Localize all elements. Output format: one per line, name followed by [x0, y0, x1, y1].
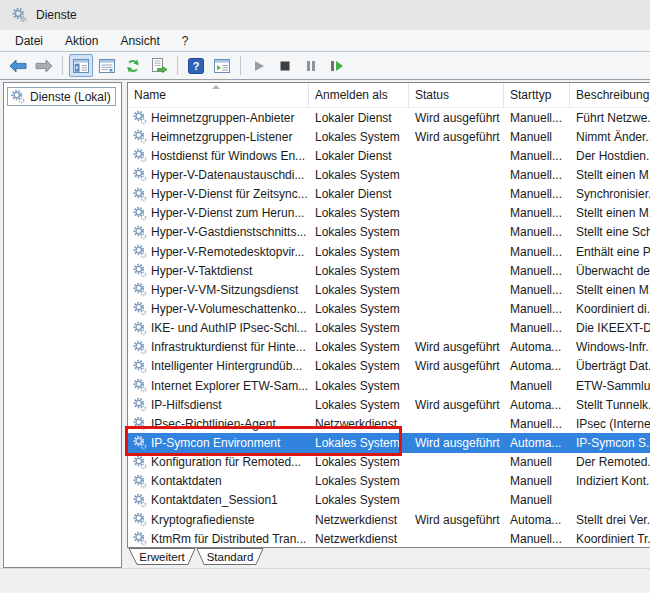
menu-hilfe[interactable]: ?	[171, 31, 200, 51]
menu-aktion[interactable]: Aktion	[54, 31, 109, 51]
service-gear-icon	[132, 321, 147, 336]
table-row[interactable]: Kontaktdaten_Session1Lokales SystemManue…	[128, 491, 650, 510]
table-row[interactable]: Hyper-V-Remotedesktopvir...Lokales Syste…	[128, 242, 650, 261]
service-gear-icon	[132, 225, 147, 240]
service-gear-icon	[132, 263, 147, 278]
properties-window-icon	[99, 59, 115, 73]
cell-starttyp: Manuell...	[504, 532, 570, 546]
cell-name: IKE- und AuthIP IPsec-Schl...	[128, 321, 309, 336]
cell-starttyp: Manuell...	[504, 168, 570, 182]
cell-name: Hyper-V-Remotedesktopvir...	[128, 244, 309, 259]
cell-beschreibung: Indiziert Kont...	[570, 474, 650, 488]
back-button[interactable]	[6, 54, 30, 77]
cell-starttyp: Manuell...	[504, 283, 570, 297]
service-gear-icon	[132, 129, 147, 144]
tab-erweitert-label: Erweitert	[139, 551, 185, 563]
table-row[interactable]: Hyper-V-Volumeschattenko...Lokales Syste…	[128, 299, 650, 318]
column-header-beschreibung[interactable]: Beschreibung	[570, 83, 650, 107]
cell-anmelden-als: Netzwerkdienst	[309, 513, 409, 527]
column-header-starttyp[interactable]: Starttyp	[504, 83, 570, 107]
show-action-pane-button[interactable]	[210, 54, 234, 77]
service-gear-icon	[132, 148, 147, 163]
properties-button[interactable]	[95, 54, 119, 77]
table-row[interactable]: Hyper-V-Dienst zum Herun...Lokales Syste…	[128, 204, 650, 223]
table-row[interactable]: Infrastrukturdienst für Hinte...Lokales …	[128, 338, 650, 357]
toolbar-separator	[240, 56, 241, 75]
cell-name: Hyper-V-Gastdienstschnitts...	[128, 225, 309, 240]
table-row[interactable]: Hostdienst für Windows En...Lokaler Dien…	[128, 146, 650, 165]
help-button[interactable]: ?	[184, 54, 208, 77]
cell-anmelden-als: Lokales System	[309, 455, 409, 469]
table-row[interactable]: IP-HilfsdienstLokales SystemWird ausgefü…	[128, 395, 650, 414]
table-row[interactable]: Hyper-V-VM-SitzungsdienstLokales SystemM…	[128, 280, 650, 299]
cell-name: Internet Explorer ETW-Sam...	[128, 378, 309, 393]
toolbar-separator	[177, 56, 178, 75]
column-header-status[interactable]: Status	[409, 83, 504, 107]
cell-beschreibung: IP-Symcon S...	[570, 436, 650, 450]
pause-service-button[interactable]	[299, 54, 323, 77]
menu-ansicht[interactable]: Ansicht	[109, 31, 170, 51]
cell-beschreibung: ETW-Sammlu...	[570, 379, 650, 393]
cell-starttyp: Manuell	[504, 379, 570, 393]
service-gear-icon	[132, 378, 147, 393]
cell-starttyp: Manuell	[504, 474, 570, 488]
refresh-icon	[125, 58, 141, 74]
cell-name: Konfiguration für Remoted...	[128, 455, 309, 470]
cell-anmelden-als: Lokaler Dienst	[309, 187, 409, 201]
table-row[interactable]: Heimnetzgruppen-AnbieterLokaler DienstWi…	[128, 108, 650, 127]
menu-datei[interactable]: Datei	[4, 31, 54, 51]
cell-name: Heimnetzgruppen-Listener	[128, 129, 309, 144]
table-row[interactable]: KryptografiediensteNetzwerkdienstWird au…	[128, 510, 650, 529]
export-list-button[interactable]	[147, 54, 171, 77]
toolbar-separator	[62, 56, 63, 75]
cell-name: Intelligenter Hintergrundüb...	[128, 359, 309, 374]
tab-standard[interactable]: Standard	[197, 549, 263, 565]
service-gear-icon	[132, 455, 147, 470]
table-row[interactable]: Hyper-V-Datenaustauschdi...Lokales Syste…	[128, 165, 650, 184]
cell-beschreibung: Die IKEEXT-Di...	[570, 321, 650, 335]
forward-button[interactable]	[32, 54, 56, 77]
start-service-button[interactable]	[247, 54, 271, 77]
service-gear-icon	[132, 493, 147, 508]
cell-starttyp: Manuell	[504, 130, 570, 144]
cell-beschreibung: Stellt drei Ver...	[570, 513, 650, 527]
cell-beschreibung: Windows-Infr...	[570, 340, 650, 354]
service-gear-icon	[132, 512, 147, 527]
cell-name: Heimnetzgruppen-Anbieter	[128, 110, 309, 125]
table-row[interactable]: KtmRm für Distributed Tran...Netzwerkdie…	[128, 529, 650, 548]
table-row[interactable]: Hyper-V-Dienst für Zeitsync...Lokaler Di…	[128, 185, 650, 204]
cell-anmelden-als: Lokales System	[309, 225, 409, 239]
show-console-tree-button[interactable]	[69, 54, 93, 77]
table-row[interactable]: Intelligenter Hintergrundüb...Lokales Sy…	[128, 357, 650, 376]
cell-anmelden-als: Lokales System	[309, 340, 409, 354]
stop-service-button[interactable]	[273, 54, 297, 77]
cell-starttyp: Manuell...	[504, 187, 570, 201]
cell-anmelden-als: Lokales System	[309, 474, 409, 488]
table-row[interactable]: Hyper-V-Gastdienstschnitts...Lokales Sys…	[128, 223, 650, 242]
cell-starttyp: Manuell...	[504, 245, 570, 259]
cell-beschreibung: Stellt Tunnelk...	[570, 398, 650, 412]
cell-status: Wird ausgeführt	[409, 436, 504, 450]
export-list-icon	[151, 58, 168, 74]
table-row[interactable]: Hyper-V-TaktdienstLokales SystemManuell.…	[128, 261, 650, 280]
table-row[interactable]: Heimnetzgruppen-ListenerLokales SystemWi…	[128, 127, 650, 146]
cell-name: Hostdienst für Windows En...	[128, 148, 309, 163]
services-node-icon	[10, 89, 25, 104]
table-row[interactable]: Internet Explorer ETW-Sam...Lokales Syst…	[128, 376, 650, 395]
tab-erweitert[interactable]: Erweitert	[129, 549, 195, 565]
refresh-button[interactable]	[121, 54, 145, 77]
back-arrow-icon	[9, 59, 27, 73]
restart-service-button[interactable]	[325, 54, 349, 77]
cell-anmelden-als: Lokales System	[309, 321, 409, 335]
service-gear-icon	[132, 206, 147, 221]
column-header-anmelden-als[interactable]: Anmelden als	[309, 83, 409, 107]
cell-name: Infrastrukturdienst für Hinte...	[128, 340, 309, 355]
cell-beschreibung: Koordiniert di...	[570, 302, 650, 316]
cell-anmelden-als: Lokales System	[309, 398, 409, 412]
cell-name: Hyper-V-VM-Sitzungsdienst	[128, 282, 309, 297]
table-row[interactable]: KontaktdatenLokales SystemManuellIndizie…	[128, 472, 650, 491]
tree-item-dienste-lokal[interactable]: Dienste (Lokal)	[7, 87, 116, 106]
service-gear-icon	[132, 359, 147, 374]
table-row[interactable]: IKE- und AuthIP IPsec-Schl...Lokales Sys…	[128, 319, 650, 338]
cell-beschreibung: Koordiniert Tr...	[570, 532, 650, 546]
